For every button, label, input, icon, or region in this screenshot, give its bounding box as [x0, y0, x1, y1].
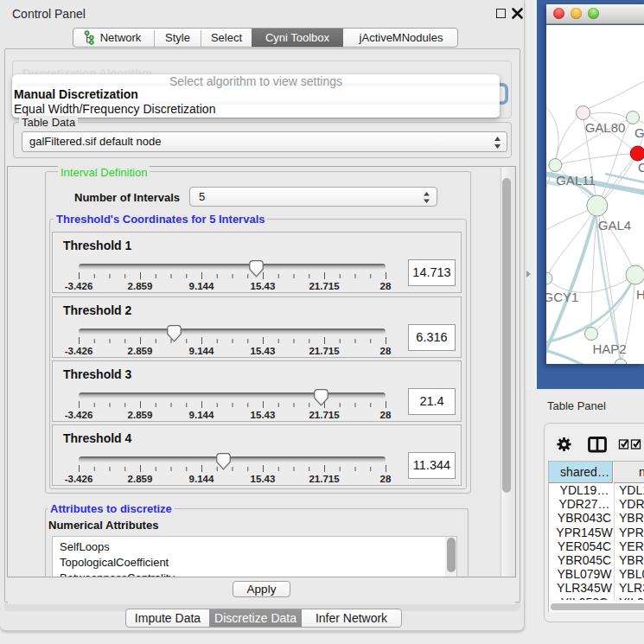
svg-text:GAL80: GAL80	[585, 120, 626, 135]
svg-text:HAP2: HAP2	[592, 341, 626, 356]
svg-text:HIS: HIS	[636, 287, 644, 302]
svg-text:GCY1: GCY1	[546, 290, 578, 304]
svg-text:GAL11: GAL11	[556, 173, 596, 188]
svg-text:CY: CY	[638, 160, 644, 175]
svg-text:GAL4: GAL4	[598, 218, 631, 233]
svg-text:GA: GA	[634, 125, 644, 140]
